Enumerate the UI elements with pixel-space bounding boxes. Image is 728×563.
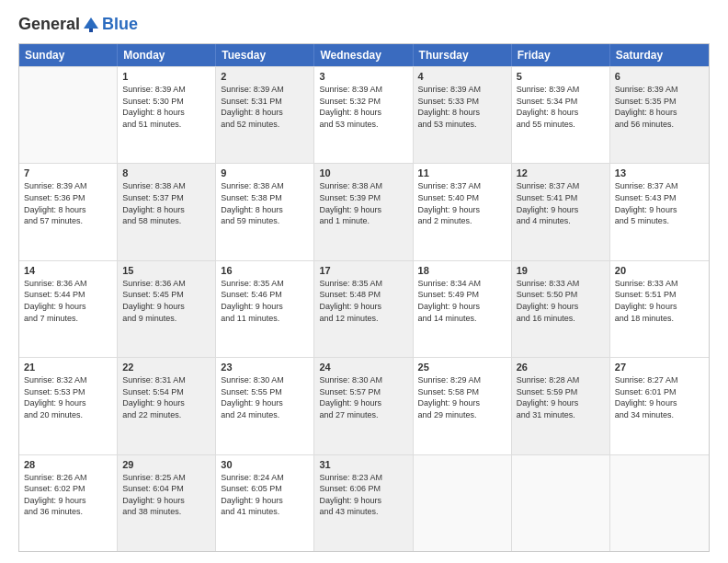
day-number: 1 — [122, 71, 210, 82]
calendar-cell: 21Sunrise: 8:32 AM Sunset: 5:53 PM Dayli… — [19, 358, 118, 454]
calendar-week-4: 21Sunrise: 8:32 AM Sunset: 5:53 PM Dayli… — [19, 357, 709, 454]
day-number: 13 — [615, 167, 704, 178]
cell-text: Sunrise: 8:39 AM Sunset: 5:31 PM Dayligh… — [221, 84, 309, 130]
day-number: 17 — [319, 265, 407, 276]
logo-blue-text: Blue — [102, 15, 138, 34]
cell-text: Sunrise: 8:39 AM Sunset: 5:32 PM Dayligh… — [319, 84, 407, 130]
calendar-week-2: 7Sunrise: 8:39 AM Sunset: 5:36 PM Daylig… — [19, 163, 709, 259]
calendar-cell — [414, 455, 512, 551]
cell-text: Sunrise: 8:28 AM Sunset: 5:59 PM Dayligh… — [517, 374, 605, 420]
day-number: 23 — [221, 362, 309, 373]
logo-area: General Blue — [18, 15, 138, 34]
cell-text: Sunrise: 8:25 AM Sunset: 6:04 PM Dayligh… — [122, 472, 210, 518]
day-number: 20 — [615, 265, 704, 276]
day-number: 28 — [24, 459, 112, 470]
calendar-cell: 26Sunrise: 8:28 AM Sunset: 5:59 PM Dayli… — [512, 358, 610, 454]
calendar-cell: 13Sunrise: 8:37 AM Sunset: 5:43 PM Dayli… — [610, 164, 709, 259]
day-number: 14 — [24, 265, 112, 276]
calendar-cell: 8Sunrise: 8:38 AM Sunset: 5:37 PM Daylig… — [118, 164, 216, 259]
calendar-cell: 27Sunrise: 8:27 AM Sunset: 6:01 PM Dayli… — [610, 358, 709, 454]
cell-text: Sunrise: 8:38 AM Sunset: 5:39 PM Dayligh… — [319, 180, 407, 226]
day-number: 10 — [319, 167, 407, 178]
cell-text: Sunrise: 8:33 AM Sunset: 5:51 PM Dayligh… — [615, 278, 704, 324]
cell-text: Sunrise: 8:37 AM Sunset: 5:41 PM Dayligh… — [517, 180, 605, 226]
calendar-header-monday: Monday — [118, 44, 216, 66]
calendar-cell: 9Sunrise: 8:38 AM Sunset: 5:38 PM Daylig… — [216, 164, 314, 259]
calendar-header-thursday: Thursday — [414, 44, 512, 66]
cell-text: Sunrise: 8:24 AM Sunset: 6:05 PM Dayligh… — [221, 472, 309, 518]
day-number: 11 — [418, 167, 506, 178]
day-number: 31 — [319, 459, 407, 470]
calendar: SundayMondayTuesdayWednesdayThursdayFrid… — [18, 43, 710, 552]
calendar-cell: 3Sunrise: 8:39 AM Sunset: 5:32 PM Daylig… — [314, 67, 413, 163]
calendar-cell: 4Sunrise: 8:39 AM Sunset: 5:33 PM Daylig… — [414, 67, 512, 163]
calendar-cell: 30Sunrise: 8:24 AM Sunset: 6:05 PM Dayli… — [216, 455, 314, 551]
cell-text: Sunrise: 8:39 AM Sunset: 5:33 PM Dayligh… — [418, 84, 506, 130]
cell-text: Sunrise: 8:26 AM Sunset: 6:02 PM Dayligh… — [24, 472, 112, 518]
day-number: 5 — [517, 71, 605, 82]
day-number: 8 — [122, 167, 210, 178]
cell-text: Sunrise: 8:31 AM Sunset: 5:54 PM Dayligh… — [122, 374, 210, 420]
calendar-cell: 7Sunrise: 8:39 AM Sunset: 5:36 PM Daylig… — [19, 164, 118, 259]
calendar-week-5: 28Sunrise: 8:26 AM Sunset: 6:02 PM Dayli… — [19, 454, 709, 551]
cell-text: Sunrise: 8:23 AM Sunset: 6:06 PM Dayligh… — [319, 472, 407, 518]
calendar-cell: 5Sunrise: 8:39 AM Sunset: 5:34 PM Daylig… — [512, 67, 610, 163]
day-number: 6 — [615, 71, 704, 82]
cell-text: Sunrise: 8:37 AM Sunset: 5:43 PM Dayligh… — [615, 180, 704, 226]
day-number: 25 — [418, 362, 506, 373]
cell-text: Sunrise: 8:36 AM Sunset: 5:44 PM Dayligh… — [24, 278, 112, 324]
calendar-cell: 25Sunrise: 8:29 AM Sunset: 5:58 PM Dayli… — [414, 358, 512, 454]
day-number: 3 — [319, 71, 407, 82]
cell-text: Sunrise: 8:35 AM Sunset: 5:46 PM Dayligh… — [221, 278, 309, 324]
cell-text: Sunrise: 8:38 AM Sunset: 5:38 PM Dayligh… — [221, 180, 309, 226]
day-number: 22 — [122, 362, 210, 373]
calendar-header-tuesday: Tuesday — [216, 44, 314, 66]
calendar-cell: 28Sunrise: 8:26 AM Sunset: 6:02 PM Dayli… — [19, 455, 118, 551]
calendar-header-row: SundayMondayTuesdayWednesdayThursdayFrid… — [19, 44, 709, 66]
day-number: 16 — [221, 265, 309, 276]
day-number: 18 — [418, 265, 506, 276]
calendar-cell: 11Sunrise: 8:37 AM Sunset: 5:40 PM Dayli… — [414, 164, 512, 259]
logo-general-text: General — [18, 15, 80, 34]
cell-text: Sunrise: 8:29 AM Sunset: 5:58 PM Dayligh… — [418, 374, 506, 420]
calendar-cell: 24Sunrise: 8:30 AM Sunset: 5:57 PM Dayli… — [314, 358, 413, 454]
day-number: 4 — [418, 71, 506, 82]
calendar-cell: 6Sunrise: 8:39 AM Sunset: 5:35 PM Daylig… — [610, 67, 709, 163]
day-number: 7 — [24, 167, 112, 178]
calendar-cell: 18Sunrise: 8:34 AM Sunset: 5:49 PM Dayli… — [414, 261, 512, 357]
day-number: 19 — [517, 265, 605, 276]
calendar-cell: 19Sunrise: 8:33 AM Sunset: 5:50 PM Dayli… — [512, 261, 610, 357]
cell-text: Sunrise: 8:30 AM Sunset: 5:55 PM Dayligh… — [221, 374, 309, 420]
cell-text: Sunrise: 8:32 AM Sunset: 5:53 PM Dayligh… — [24, 374, 112, 420]
calendar-cell: 20Sunrise: 8:33 AM Sunset: 5:51 PM Dayli… — [610, 261, 709, 357]
calendar-header-wednesday: Wednesday — [314, 44, 413, 66]
calendar-cell: 1Sunrise: 8:39 AM Sunset: 5:30 PM Daylig… — [118, 67, 216, 163]
day-number: 27 — [615, 362, 704, 373]
calendar-week-3: 14Sunrise: 8:36 AM Sunset: 5:44 PM Dayli… — [19, 260, 709, 357]
calendar-cell: 29Sunrise: 8:25 AM Sunset: 6:04 PM Dayli… — [118, 455, 216, 551]
calendar-week-1: 1Sunrise: 8:39 AM Sunset: 5:30 PM Daylig… — [19, 66, 709, 163]
calendar-cell: 14Sunrise: 8:36 AM Sunset: 5:44 PM Dayli… — [19, 261, 118, 357]
cell-text: Sunrise: 8:27 AM Sunset: 6:01 PM Dayligh… — [615, 374, 704, 420]
day-number: 15 — [122, 265, 210, 276]
calendar-header-sunday: Sunday — [19, 44, 118, 66]
calendar-cell: 16Sunrise: 8:35 AM Sunset: 5:46 PM Dayli… — [216, 261, 314, 357]
cell-text: Sunrise: 8:39 AM Sunset: 5:36 PM Dayligh… — [24, 180, 112, 226]
calendar-header-friday: Friday — [512, 44, 610, 66]
svg-rect-1 — [89, 29, 93, 32]
day-number: 12 — [517, 167, 605, 178]
cell-text: Sunrise: 8:34 AM Sunset: 5:49 PM Dayligh… — [418, 278, 506, 324]
header: General Blue — [18, 15, 710, 34]
cell-text: Sunrise: 8:38 AM Sunset: 5:37 PM Dayligh… — [122, 180, 210, 226]
calendar-body: 1Sunrise: 8:39 AM Sunset: 5:30 PM Daylig… — [19, 66, 709, 551]
logo-icon — [82, 16, 100, 34]
calendar-cell: 31Sunrise: 8:23 AM Sunset: 6:06 PM Dayli… — [314, 455, 413, 551]
calendar-cell — [512, 455, 610, 551]
cell-text: Sunrise: 8:37 AM Sunset: 5:40 PM Dayligh… — [418, 180, 506, 226]
day-number: 24 — [319, 362, 407, 373]
calendar-cell: 10Sunrise: 8:38 AM Sunset: 5:39 PM Dayli… — [314, 164, 413, 259]
calendar-cell: 12Sunrise: 8:37 AM Sunset: 5:41 PM Dayli… — [512, 164, 610, 259]
cell-text: Sunrise: 8:39 AM Sunset: 5:30 PM Dayligh… — [122, 84, 210, 130]
calendar-cell: 15Sunrise: 8:36 AM Sunset: 5:45 PM Dayli… — [118, 261, 216, 357]
day-number: 21 — [24, 362, 112, 373]
